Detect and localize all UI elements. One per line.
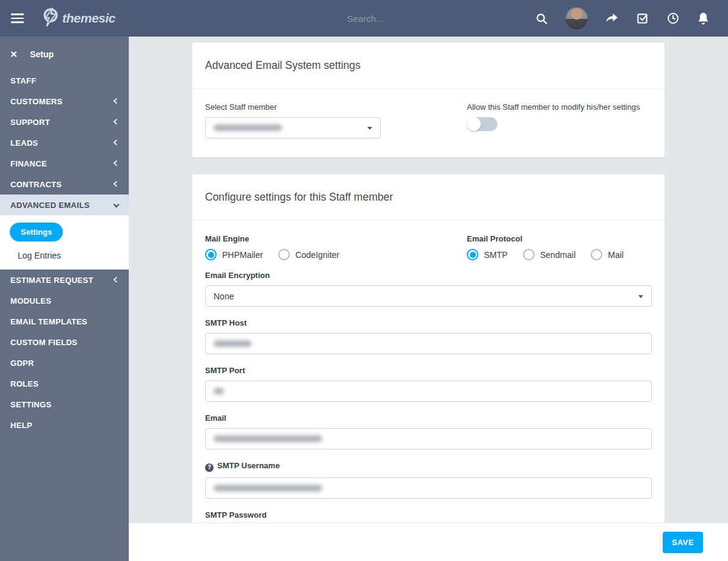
toggle-knob (467, 117, 481, 131)
forward-arrow-icon[interactable] (605, 12, 618, 25)
main-content: Advanced Email System settings Select St… (129, 37, 728, 561)
sidebar-item-customers[interactable]: CUSTOMERS (0, 91, 129, 112)
radio-option-codeigniter[interactable]: CodeIgniter (278, 249, 339, 260)
smtp-username-label: ?SMTP Username (205, 461, 652, 472)
chevron-left-icon (113, 140, 119, 146)
global-search (267, 13, 462, 24)
radio-checked-icon (467, 249, 478, 260)
sidebar-item-modules[interactable]: MODULES (0, 290, 129, 311)
brand-name: themesic (62, 11, 115, 26)
smtp-port-label: SMTP Port (205, 366, 652, 375)
sidebar-item-label: MODULES (10, 296, 51, 306)
menu-toggle-icon[interactable] (11, 13, 24, 23)
sidebar-item-label: STAFF (10, 76, 36, 85)
sidebar-item-label: CONTRACTS (10, 180, 62, 189)
advanced-emails-submenu: Settings Log Entries (0, 215, 129, 270)
radio-option-label: CodeIgniter (295, 250, 339, 260)
card-header: Configure settings for this Staff member (192, 174, 665, 220)
help-question-icon[interactable]: ? (205, 463, 214, 472)
allow-modify-toggle[interactable] (467, 117, 497, 131)
radio-unchecked-icon (523, 249, 535, 260)
setup-title: Setup (30, 49, 54, 59)
lightning-bolt-logo-icon (40, 6, 61, 30)
sidebar-item-advanced-emails[interactable]: ADVANCED EMAILS (0, 195, 129, 215)
sidebar-item-label: ESTIMATE REQUEST (10, 276, 93, 285)
bell-notifications-icon[interactable] (697, 12, 710, 25)
sidebar-item-label: FINANCE (10, 159, 47, 168)
chevron-down-icon (113, 202, 119, 208)
select-staff-label: Select Staff member (205, 102, 467, 112)
sidebar-item-label: CUSTOMERS (10, 97, 63, 106)
radio-option-smtp[interactable]: SMTP (467, 249, 508, 260)
radio-option-label: Sendmail (540, 250, 575, 260)
redacted-value (214, 435, 322, 442)
sidebar-item-label: HELP (10, 421, 32, 430)
email-encryption-select[interactable]: None (205, 285, 652, 307)
submenu-item-log-entries[interactable]: Log Entries (0, 243, 129, 266)
configure-staff-settings-card: Configure settings for this Staff member… (192, 174, 665, 561)
sidebar-item-label: EMAIL TEMPLATES (10, 317, 87, 326)
sidebar-item-label: GDPR (10, 359, 34, 368)
submenu-item-settings[interactable]: Settings (10, 223, 63, 241)
clock-icon[interactable] (666, 12, 679, 25)
chevron-left-icon (113, 181, 119, 187)
chevron-left-icon (113, 160, 119, 166)
smtp-host-input[interactable] (205, 333, 652, 354)
radio-unchecked-icon (278, 249, 290, 260)
radio-option-label: SMTP (484, 250, 508, 260)
sidebar-item-label: SUPPORT (10, 118, 50, 127)
sidebar-item-staff[interactable]: STAFF (0, 70, 129, 91)
smtp-password-label: SMTP Password (205, 510, 652, 520)
sidebar-item-finance[interactable]: FINANCE (0, 153, 129, 174)
redacted-value (214, 388, 224, 395)
sidebar-item-roles[interactable]: ROLES (0, 373, 129, 394)
staff-member-select[interactable] (205, 117, 381, 138)
sidebar-item-support[interactable]: SUPPORT (0, 112, 129, 132)
sidebar-item-contracts[interactable]: CONTRACTS (0, 174, 129, 195)
sidebar-item-leads[interactable]: LEADS (0, 132, 129, 153)
email-protocol-label: Email Protocol (467, 234, 652, 243)
radio-option-mail[interactable]: Mail (591, 249, 624, 260)
brand-logo[interactable]: themesic (40, 6, 115, 30)
sidebar-item-email-templates[interactable]: EMAIL TEMPLATES (0, 311, 129, 332)
redacted-select-value (214, 124, 282, 131)
top-navbar: themesic (0, 0, 728, 37)
select-value: None (214, 291, 234, 301)
radio-option-sendmail[interactable]: Sendmail (523, 249, 575, 260)
redacted-value (214, 485, 322, 491)
smtp-port-input[interactable] (205, 381, 652, 402)
chevron-left-icon (113, 277, 119, 283)
save-button[interactable]: SAVE (663, 532, 703, 553)
smtp-host-label: SMTP Host (205, 318, 652, 327)
sidebar-item-label: CUSTOM FIELDS (10, 338, 77, 347)
mail-engine-label: Mail Engine (205, 234, 467, 243)
sidebar-item-gdpr[interactable]: GDPR (0, 352, 129, 373)
sidebar-item-custom-fields[interactable]: CUSTOM FIELDS (0, 332, 129, 352)
search-input[interactable] (267, 13, 464, 24)
chevron-left-icon (113, 119, 119, 125)
sidebar-item-label: LEADS (10, 138, 38, 148)
setup-sidebar: × Setup STAFF CUSTOMERS SUPPORT LEADS FI… (0, 37, 129, 561)
caret-down-icon (638, 295, 643, 298)
radio-option-label: Mail (608, 250, 624, 260)
sidebar-item-estimate-request[interactable]: ESTIMATE REQUEST (0, 270, 129, 290)
sidebar-item-settings[interactable]: SETTINGS (0, 394, 129, 415)
user-avatar[interactable] (566, 7, 588, 29)
email-encryption-label: Email Encryption (205, 271, 652, 280)
search-icon[interactable] (535, 12, 548, 25)
sidebar-item-label: SETTINGS (10, 400, 51, 409)
email-input[interactable] (205, 428, 652, 449)
tasks-checkbox-icon[interactable] (636, 12, 649, 25)
redacted-value (214, 340, 251, 347)
caret-down-icon (367, 127, 372, 130)
sidebar-item-label: ROLES (10, 379, 38, 388)
advanced-email-settings-card: Advanced Email System settings Select St… (192, 43, 665, 157)
setup-header: × Setup (0, 37, 129, 70)
close-icon[interactable]: × (10, 50, 17, 59)
smtp-username-input[interactable] (205, 477, 652, 499)
radio-option-phpmailer[interactable]: PHPMailer (205, 249, 263, 260)
card-header: Advanced Email System settings (192, 43, 665, 88)
sidebar-item-help[interactable]: HELP (0, 415, 129, 435)
section-title: Configure settings for this Staff member (205, 191, 652, 204)
radio-checked-icon (205, 249, 217, 260)
